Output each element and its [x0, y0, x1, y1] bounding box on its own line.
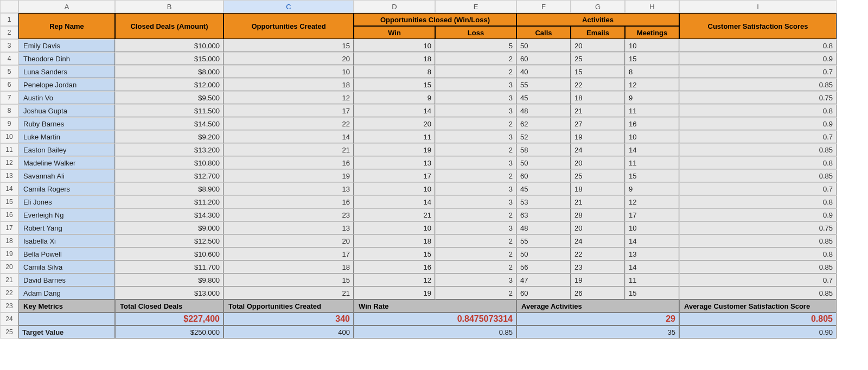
csat-cell[interactable]: 0.85 [679, 286, 837, 299]
win-cell[interactable]: 11 [354, 130, 435, 143]
meetings-cell[interactable]: 10 [625, 39, 679, 52]
win-cell[interactable]: 19 [354, 143, 435, 156]
emails-cell[interactable]: 15 [571, 65, 625, 78]
csat-cell[interactable]: 0.75 [679, 221, 837, 234]
calls-cell[interactable]: 50 [516, 156, 571, 169]
win-cell[interactable]: 15 [354, 247, 435, 260]
opps-created-cell[interactable]: 21 [224, 143, 354, 156]
closed-deals-cell[interactable]: $8,900 [115, 182, 224, 195]
csat-cell[interactable]: 0.7 [679, 182, 837, 195]
emails-cell[interactable]: 28 [571, 208, 625, 221]
calls-cell[interactable]: 52 [516, 130, 571, 143]
closed-deals-cell[interactable]: $15,000 [115, 52, 224, 65]
loss-cell[interactable]: 3 [435, 91, 516, 104]
loss-cell[interactable]: 3 [435, 156, 516, 169]
row-header[interactable]: 6 [0, 78, 18, 91]
csat-cell[interactable]: 0.8 [679, 156, 837, 169]
opps-created-cell[interactable]: 13 [224, 221, 354, 234]
opps-created-cell[interactable]: 22 [224, 117, 354, 130]
row-header[interactable]: 18 [0, 234, 18, 247]
meetings-cell[interactable]: 10 [625, 130, 679, 143]
win-rate-value[interactable]: 0.8475073314 [354, 312, 516, 326]
row-header[interactable]: 23 [0, 299, 18, 312]
opps-created-cell[interactable]: 20 [224, 52, 354, 65]
closed-deals-cell[interactable]: $11,700 [115, 260, 224, 273]
closed-deals-cell[interactable]: $8,000 [115, 65, 224, 78]
calls-cell[interactable]: 48 [516, 221, 571, 234]
calls-cell[interactable]: 60 [516, 169, 571, 182]
emails-cell[interactable]: 25 [571, 52, 625, 65]
emails-cell[interactable]: 20 [571, 156, 625, 169]
rep-name-cell[interactable]: Easton Bailey [18, 143, 115, 156]
column-header[interactable]: H [625, 0, 679, 13]
meetings-cell[interactable]: 11 [625, 273, 679, 286]
csat-cell[interactable]: 0.9 [679, 117, 837, 130]
win-cell[interactable]: 19 [354, 286, 435, 299]
column-header[interactable]: F [516, 0, 571, 13]
closed-deals-cell[interactable]: $14,300 [115, 208, 224, 221]
loss-cell[interactable]: 5 [435, 39, 516, 52]
avg-activities-value[interactable]: 29 [516, 312, 679, 326]
csat-cell[interactable]: 0.7 [679, 273, 837, 286]
opps-created-cell[interactable]: 10 [224, 65, 354, 78]
opps-created-cell[interactable]: 15 [224, 39, 354, 52]
csat-cell[interactable]: 0.7 [679, 130, 837, 143]
calls-cell[interactable]: 60 [516, 286, 571, 299]
meetings-cell[interactable]: 9 [625, 182, 679, 195]
rep-name-cell[interactable]: Theodore Dinh [18, 52, 115, 65]
rep-name-cell[interactable]: Eli Jones [18, 195, 115, 208]
opps-created-cell[interactable]: 17 [224, 104, 354, 117]
closed-deals-cell[interactable]: $11,200 [115, 195, 224, 208]
calls-cell[interactable]: 63 [516, 208, 571, 221]
row-header[interactable]: 14 [0, 182, 18, 195]
avg-csat-value[interactable]: 0.805 [679, 312, 837, 326]
calls-cell[interactable]: 48 [516, 104, 571, 117]
emails-cell[interactable]: 22 [571, 78, 625, 91]
loss-cell[interactable]: 2 [435, 143, 516, 156]
loss-cell[interactable]: 2 [435, 260, 516, 273]
win-cell[interactable]: 13 [354, 156, 435, 169]
opps-created-cell[interactable]: 23 [224, 208, 354, 221]
rep-name-cell[interactable]: Robert Yang [18, 221, 115, 234]
win-cell[interactable]: 14 [354, 104, 435, 117]
meetings-cell[interactable]: 14 [625, 260, 679, 273]
row-header[interactable]: 16 [0, 208, 18, 221]
loss-cell[interactable]: 2 [435, 247, 516, 260]
rep-name-cell[interactable]: Camila Rogers [18, 182, 115, 195]
target-activities[interactable]: 35 [516, 326, 679, 339]
row-header[interactable]: 24 [0, 312, 18, 326]
csat-cell[interactable]: 0.7 [679, 65, 837, 78]
closed-deals-cell[interactable]: $12,500 [115, 234, 224, 247]
opps-created-cell[interactable]: 20 [224, 234, 354, 247]
row-header[interactable]: 3 [0, 39, 18, 52]
csat-cell[interactable]: 0.8 [679, 195, 837, 208]
opps-created-cell[interactable]: 15 [224, 273, 354, 286]
rep-name-cell[interactable]: Savannah Ali [18, 169, 115, 182]
rep-name-cell[interactable]: Emily Davis [18, 39, 115, 52]
rep-name-cell[interactable]: Bella Powell [18, 247, 115, 260]
csat-cell[interactable]: 0.8 [679, 104, 837, 117]
win-cell[interactable]: 9 [354, 91, 435, 104]
emails-cell[interactable]: 24 [571, 234, 625, 247]
meetings-cell[interactable]: 10 [625, 221, 679, 234]
row-header[interactable]: 22 [0, 286, 18, 299]
csat-cell[interactable]: 0.85 [679, 234, 837, 247]
csat-cell[interactable]: 0.85 [679, 78, 837, 91]
emails-cell[interactable]: 20 [571, 221, 625, 234]
meetings-cell[interactable]: 15 [625, 286, 679, 299]
csat-cell[interactable]: 0.75 [679, 91, 837, 104]
csat-cell[interactable]: 0.8 [679, 247, 837, 260]
closed-deals-cell[interactable]: $9,500 [115, 91, 224, 104]
emails-cell[interactable]: 27 [571, 117, 625, 130]
closed-deals-cell[interactable]: $14,500 [115, 117, 224, 130]
rep-name-cell[interactable]: Luke Martin [18, 130, 115, 143]
meetings-cell[interactable]: 16 [625, 117, 679, 130]
loss-cell[interactable]: 3 [435, 78, 516, 91]
row-header[interactable]: 13 [0, 169, 18, 182]
rep-name-cell[interactable]: Penelope Jordan [18, 78, 115, 91]
loss-cell[interactable]: 2 [435, 169, 516, 182]
opps-created-cell[interactable]: 13 [224, 182, 354, 195]
row-header[interactable]: 19 [0, 247, 18, 260]
loss-cell[interactable]: 3 [435, 221, 516, 234]
closed-deals-cell[interactable]: $10,600 [115, 247, 224, 260]
